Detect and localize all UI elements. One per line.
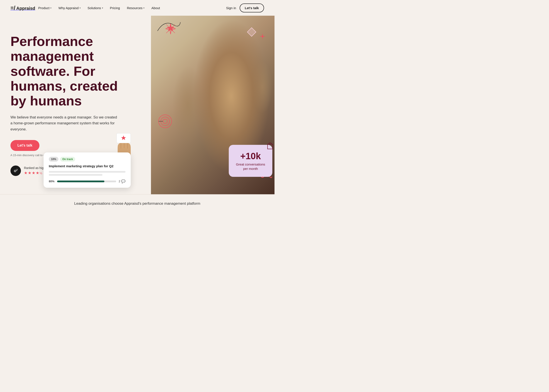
bag-icon — [266, 141, 274, 150]
chevron-down-icon: ▾ — [50, 7, 51, 9]
task-title: Implement marketing strategy plan for Q2 — [49, 164, 126, 168]
chevron-down-icon: ▾ — [143, 7, 144, 9]
logo-icon: ≡/ — [10, 5, 15, 11]
nav-item-solutions[interactable]: Solutions ▾ — [84, 4, 106, 12]
progress-comments: 2 💬 — [119, 179, 126, 183]
badge-status: On track — [60, 157, 75, 161]
nav-item-product[interactable]: Product ▾ — [35, 4, 55, 12]
hero-cta-button[interactable]: Let's talk — [10, 140, 39, 151]
progress-bar-fill — [57, 181, 104, 182]
sign-in-link[interactable]: Sign in — [226, 6, 236, 10]
task-line-full — [49, 171, 126, 173]
task-lines — [49, 171, 126, 176]
navbar: ≡/ Appraisd Product ▾ Why Appraisd ▾ Sol… — [0, 0, 274, 16]
g2-logo: G2 — [10, 166, 21, 176]
bottom-banner: Leading organisations choose Appraisd's … — [0, 194, 274, 213]
nav-cta-button[interactable]: Let's talk — [240, 3, 264, 12]
chevron-down-icon: ▾ — [102, 7, 103, 9]
progress-bar-container — [57, 181, 116, 182]
nav-actions: Sign in Let's talk — [226, 3, 264, 12]
nav-item-why-appraisd[interactable]: Why Appraisd ▾ — [55, 4, 84, 12]
logo[interactable]: ≡/ Appraisd — [10, 5, 35, 11]
nav-item-about[interactable]: About — [148, 4, 163, 12]
task-progress-row: 80% 2 💬 — [49, 179, 126, 183]
hero-title: Performance management software. For hum… — [10, 34, 137, 108]
logo-text: Appraisd — [16, 6, 35, 11]
progress-label: 80% — [49, 180, 55, 183]
hero-subtitle: We believe that everyone needs a great m… — [10, 114, 120, 132]
stats-number: +10k — [236, 151, 265, 161]
bottom-banner-text: Leading organisations choose Appraisd's … — [74, 202, 200, 206]
chevron-down-icon: ▾ — [79, 7, 81, 9]
nav-item-resources[interactable]: Resources ▾ — [124, 4, 148, 12]
hero-section: Performance management software. For hum… — [0, 16, 274, 194]
nav-item-pricing[interactable]: Pricing — [107, 4, 123, 12]
badge-percent: 10% — [49, 157, 58, 161]
stats-card: +10k Great conversations per month — [229, 145, 272, 177]
hero-right: +10k Great conversations per month — [151, 16, 274, 194]
task-card: 10% On track Implement marketing strateg… — [43, 153, 131, 188]
comment-icon: 💬 — [121, 179, 126, 183]
task-badges: 10% On track — [49, 157, 126, 161]
stats-label: Great conversations per month — [236, 162, 265, 171]
task-line-short — [49, 174, 102, 176]
nav-links: Product ▾ Why Appraisd ▾ Solutions ▾ Pri… — [35, 4, 226, 12]
